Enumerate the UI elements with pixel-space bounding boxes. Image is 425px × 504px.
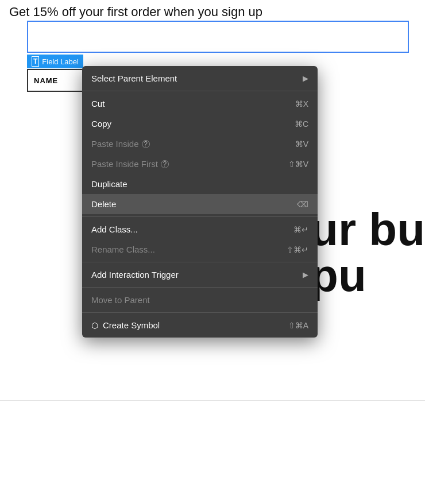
menu-item-label: Add Interaction Trigger: [91, 270, 179, 280]
menu-item-label: Copy: [91, 119, 111, 129]
field-label-text: Field Label: [42, 57, 79, 66]
menu-item-label: Move to Parent: [91, 295, 150, 305]
menu-item-label: Paste Inside: [91, 139, 139, 149]
menu-item-label: Paste Inside First: [91, 159, 158, 169]
menu-item-add-interaction[interactable]: Add Interaction Trigger▶: [82, 265, 318, 285]
menu-item-create-symbol[interactable]: ⬡Create Symbol⇧⌘A: [82, 315, 318, 335]
menu-item-label: Duplicate: [91, 179, 128, 189]
menu-item-shortcut: ▶: [303, 74, 308, 83]
menu-separator: [82, 312, 318, 313]
menu-item-add-class[interactable]: Add Class...⌘↵: [82, 219, 318, 239]
menu-item-shortcut: ⇧⌘A: [288, 321, 308, 330]
context-menu: Select Parent Element▶Cut⌘XCopy⌘CPaste I…: [82, 66, 318, 338]
menu-item-shortcut: ⌘↵: [293, 225, 308, 234]
form-input-box[interactable]: [27, 21, 409, 53]
menu-item-label: Add Class...: [91, 224, 138, 234]
menu-item-label: Rename Class...: [91, 245, 155, 254]
menu-item-label: Create Symbol: [103, 320, 160, 330]
menu-item-label: Delete: [91, 199, 116, 209]
menu-item-duplicate[interactable]: Duplicate: [82, 174, 318, 194]
help-icon: ?: [142, 140, 150, 148]
menu-item-shortcut: ⌘C: [295, 119, 308, 129]
help-icon: ?: [161, 160, 169, 168]
menu-separator: [82, 262, 318, 262]
menu-item-paste-inside: Paste Inside?⌘V: [82, 134, 318, 154]
menu-item-shortcut: ⌘X: [295, 99, 308, 108]
menu-item-move-to-parent: Move to Parent: [82, 290, 318, 310]
menu-item-shortcut: ⇧⌘↵: [287, 245, 308, 254]
field-label-badge: T Field Label: [27, 55, 83, 68]
field-label-icon: T: [32, 56, 39, 67]
page-divider: [0, 400, 425, 401]
menu-item-shortcut: ⇧⌘V: [288, 160, 308, 169]
menu-item-cut[interactable]: Cut⌘X: [82, 94, 318, 114]
big-text-content: ur bu pu: [310, 207, 425, 298]
symbol-icon: ⬡: [91, 321, 98, 330]
menu-item-paste-inside-first: Paste Inside First?⇧⌘V: [82, 154, 318, 174]
menu-separator: [82, 216, 318, 217]
menu-item-rename-class: Rename Class...⇧⌘↵: [82, 239, 318, 259]
menu-item-label: Cut: [91, 99, 105, 108]
menu-separator: [82, 91, 318, 91]
menu-item-delete[interactable]: Delete⌫: [82, 194, 318, 214]
menu-item-label: Select Parent Element: [91, 73, 177, 83]
menu-separator: [82, 287, 318, 288]
menu-item-copy[interactable]: Copy⌘C: [82, 114, 318, 134]
menu-item-shortcut: ⌫: [297, 200, 308, 209]
menu-item-shortcut: ▶: [303, 270, 308, 279]
menu-item-shortcut: ⌘V: [295, 139, 308, 149]
menu-item-select-parent[interactable]: Select Parent Element▶: [82, 68, 318, 88]
